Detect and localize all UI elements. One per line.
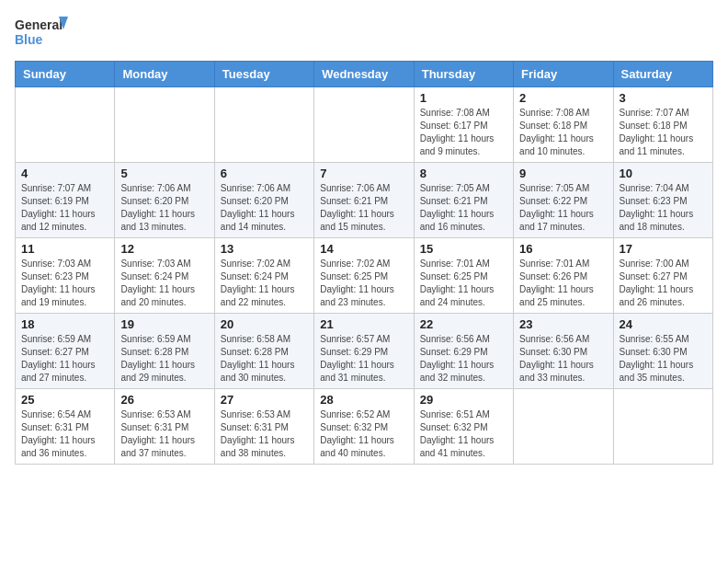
day-info: Sunrise: 6:58 AM Sunset: 6:28 PM Dayligh… <box>221 333 308 385</box>
day-info: Sunrise: 6:57 AM Sunset: 6:29 PM Dayligh… <box>320 333 407 385</box>
calendar-week-1: 1Sunrise: 7:08 AM Sunset: 6:17 PM Daylig… <box>16 87 713 163</box>
calendar-cell: 12Sunrise: 7:03 AM Sunset: 6:24 PM Dayli… <box>115 238 214 314</box>
day-info: Sunrise: 7:03 AM Sunset: 6:24 PM Dayligh… <box>120 258 208 309</box>
day-info: Sunrise: 7:07 AM Sunset: 6:18 PM Dayligh… <box>620 107 707 158</box>
day-info: Sunrise: 7:02 AM Sunset: 6:24 PM Dayligh… <box>221 258 308 309</box>
day-info: Sunrise: 7:05 AM Sunset: 6:22 PM Dayligh… <box>519 182 607 234</box>
weekday-header-friday: Friday <box>514 62 613 87</box>
day-number: 10 <box>620 167 707 180</box>
calendar-week-3: 11Sunrise: 7:03 AM Sunset: 6:23 PM Dayli… <box>16 238 713 314</box>
calendar-cell: 17Sunrise: 7:00 AM Sunset: 6:27 PM Dayli… <box>613 238 712 314</box>
calendar-cell: 27Sunrise: 6:53 AM Sunset: 6:31 PM Dayli… <box>214 389 313 465</box>
calendar-table: SundayMondayTuesdayWednesdayThursdayFrid… <box>15 61 713 465</box>
calendar-cell: 2Sunrise: 7:08 AM Sunset: 6:18 PM Daylig… <box>514 87 613 163</box>
calendar-cell: 5Sunrise: 7:06 AM Sunset: 6:20 PM Daylig… <box>115 163 214 238</box>
calendar-cell: 8Sunrise: 7:05 AM Sunset: 6:21 PM Daylig… <box>414 163 513 238</box>
day-number: 2 <box>519 91 607 105</box>
day-info: Sunrise: 7:03 AM Sunset: 6:23 PM Dayligh… <box>21 258 108 309</box>
calendar-cell: 10Sunrise: 7:04 AM Sunset: 6:23 PM Dayli… <box>613 163 712 238</box>
calendar-cell <box>214 87 313 163</box>
calendar-cell: 24Sunrise: 6:55 AM Sunset: 6:30 PM Dayli… <box>613 314 712 389</box>
day-number: 17 <box>620 242 707 256</box>
day-number: 4 <box>21 167 108 180</box>
calendar-cell <box>613 389 712 465</box>
day-number: 27 <box>221 393 308 407</box>
day-info: Sunrise: 6:54 AM Sunset: 6:31 PM Dayligh… <box>21 408 108 460</box>
day-number: 23 <box>519 317 607 331</box>
day-number: 21 <box>320 317 407 331</box>
day-number: 15 <box>420 242 507 256</box>
calendar-cell <box>115 87 214 163</box>
calendar-cell: 22Sunrise: 6:56 AM Sunset: 6:29 PM Dayli… <box>414 314 513 389</box>
day-info: Sunrise: 7:05 AM Sunset: 6:21 PM Dayligh… <box>420 182 507 234</box>
svg-text:Blue: Blue <box>15 32 43 47</box>
day-number: 5 <box>120 167 208 180</box>
calendar-cell: 29Sunrise: 6:51 AM Sunset: 6:32 PM Dayli… <box>414 389 513 465</box>
day-info: Sunrise: 7:08 AM Sunset: 6:18 PM Dayligh… <box>519 107 607 158</box>
day-number: 3 <box>620 91 707 105</box>
day-info: Sunrise: 6:59 AM Sunset: 6:28 PM Dayligh… <box>120 333 208 385</box>
day-number: 22 <box>420 317 507 331</box>
calendar-cell <box>314 87 414 163</box>
day-number: 13 <box>221 242 308 256</box>
weekday-header-saturday: Saturday <box>613 62 712 87</box>
calendar-cell: 23Sunrise: 6:56 AM Sunset: 6:30 PM Dayli… <box>514 314 613 389</box>
calendar-cell: 13Sunrise: 7:02 AM Sunset: 6:24 PM Dayli… <box>214 238 313 314</box>
day-info: Sunrise: 7:06 AM Sunset: 6:21 PM Dayligh… <box>320 182 407 234</box>
calendar-cell: 18Sunrise: 6:59 AM Sunset: 6:27 PM Dayli… <box>16 314 115 389</box>
calendar-cell: 1Sunrise: 7:08 AM Sunset: 6:17 PM Daylig… <box>414 87 513 163</box>
day-info: Sunrise: 6:56 AM Sunset: 6:30 PM Dayligh… <box>519 333 607 385</box>
day-number: 25 <box>21 393 108 407</box>
calendar-cell: 19Sunrise: 6:59 AM Sunset: 6:28 PM Dayli… <box>115 314 214 389</box>
calendar-cell: 11Sunrise: 7:03 AM Sunset: 6:23 PM Dayli… <box>16 238 115 314</box>
weekday-header-tuesday: Tuesday <box>214 62 313 87</box>
day-number: 18 <box>21 317 108 331</box>
calendar-cell: 21Sunrise: 6:57 AM Sunset: 6:29 PM Dayli… <box>314 314 414 389</box>
day-info: Sunrise: 6:53 AM Sunset: 6:31 PM Dayligh… <box>221 408 308 460</box>
day-info: Sunrise: 7:00 AM Sunset: 6:27 PM Dayligh… <box>620 258 707 309</box>
weekday-header-wednesday: Wednesday <box>314 62 414 87</box>
logo-icon: GeneralBlue <box>15 15 70 52</box>
day-info: Sunrise: 6:52 AM Sunset: 6:32 PM Dayligh… <box>320 408 407 460</box>
day-number: 9 <box>519 167 607 180</box>
day-number: 16 <box>519 242 607 256</box>
calendar-cell: 16Sunrise: 7:01 AM Sunset: 6:26 PM Dayli… <box>514 238 613 314</box>
day-info: Sunrise: 7:04 AM Sunset: 6:23 PM Dayligh… <box>620 182 707 234</box>
calendar-cell: 15Sunrise: 7:01 AM Sunset: 6:25 PM Dayli… <box>414 238 513 314</box>
day-info: Sunrise: 7:06 AM Sunset: 6:20 PM Dayligh… <box>221 182 308 234</box>
logo: GeneralBlue <box>15 15 70 52</box>
calendar-week-5: 25Sunrise: 6:54 AM Sunset: 6:31 PM Dayli… <box>16 389 713 465</box>
day-number: 1 <box>420 91 507 105</box>
calendar-cell: 26Sunrise: 6:53 AM Sunset: 6:31 PM Dayli… <box>115 389 214 465</box>
day-info: Sunrise: 7:01 AM Sunset: 6:25 PM Dayligh… <box>420 258 507 309</box>
calendar-cell <box>16 87 115 163</box>
day-info: Sunrise: 6:56 AM Sunset: 6:29 PM Dayligh… <box>420 333 507 385</box>
weekday-header-row: SundayMondayTuesdayWednesdayThursdayFrid… <box>16 62 713 87</box>
calendar-cell: 14Sunrise: 7:02 AM Sunset: 6:25 PM Dayli… <box>314 238 414 314</box>
day-info: Sunrise: 7:01 AM Sunset: 6:26 PM Dayligh… <box>519 258 607 309</box>
day-info: Sunrise: 7:06 AM Sunset: 6:20 PM Dayligh… <box>120 182 208 234</box>
day-number: 14 <box>320 242 407 256</box>
day-info: Sunrise: 6:51 AM Sunset: 6:32 PM Dayligh… <box>420 408 507 460</box>
calendar-cell: 3Sunrise: 7:07 AM Sunset: 6:18 PM Daylig… <box>613 87 712 163</box>
day-info: Sunrise: 6:59 AM Sunset: 6:27 PM Dayligh… <box>21 333 108 385</box>
day-number: 7 <box>320 167 407 180</box>
day-info: Sunrise: 6:55 AM Sunset: 6:30 PM Dayligh… <box>620 333 707 385</box>
day-number: 11 <box>21 242 108 256</box>
day-number: 29 <box>420 393 507 407</box>
weekday-header-sunday: Sunday <box>16 62 115 87</box>
calendar-cell: 28Sunrise: 6:52 AM Sunset: 6:32 PM Dayli… <box>314 389 414 465</box>
day-number: 24 <box>620 317 707 331</box>
day-number: 19 <box>120 317 208 331</box>
calendar-cell: 25Sunrise: 6:54 AM Sunset: 6:31 PM Dayli… <box>16 389 115 465</box>
day-number: 6 <box>221 167 308 180</box>
calendar-cell: 6Sunrise: 7:06 AM Sunset: 6:20 PM Daylig… <box>214 163 313 238</box>
svg-text:General: General <box>15 17 63 32</box>
day-number: 28 <box>320 393 407 407</box>
calendar-week-2: 4Sunrise: 7:07 AM Sunset: 6:19 PM Daylig… <box>16 163 713 238</box>
day-info: Sunrise: 7:08 AM Sunset: 6:17 PM Dayligh… <box>420 107 507 158</box>
day-number: 12 <box>120 242 208 256</box>
calendar-week-4: 18Sunrise: 6:59 AM Sunset: 6:27 PM Dayli… <box>16 314 713 389</box>
header: GeneralBlue <box>15 15 713 52</box>
day-number: 20 <box>221 317 308 331</box>
